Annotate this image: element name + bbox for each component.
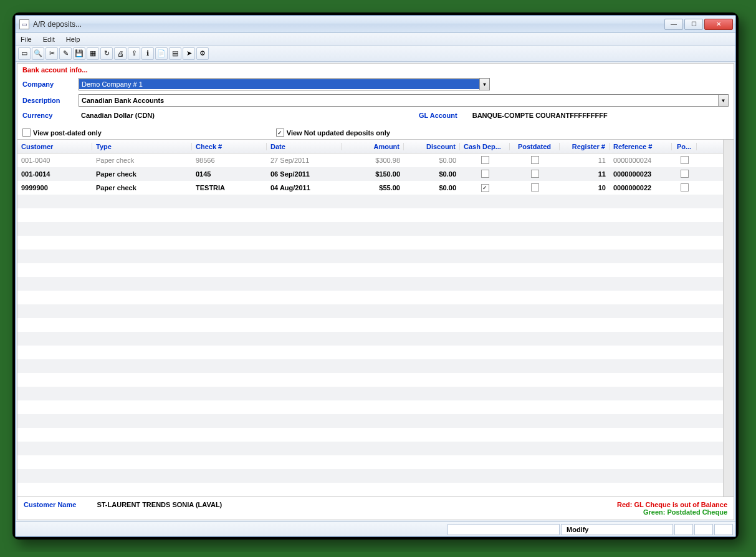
vertical-scrollbar[interactable] bbox=[723, 140, 734, 496]
cell: 0000000023 bbox=[610, 170, 672, 178]
cell bbox=[672, 183, 697, 193]
table-row[interactable]: 001-0014Paper check014506 Sep/2011$150.0… bbox=[17, 167, 723, 181]
checkbox-icon[interactable] bbox=[531, 170, 539, 178]
info-icon[interactable]: ℹ bbox=[141, 47, 154, 60]
register-icon[interactable]: ▦ bbox=[87, 47, 99, 60]
col-po[interactable]: Po... bbox=[672, 143, 697, 150]
save-icon[interactable]: 💾 bbox=[73, 47, 85, 60]
cell bbox=[510, 183, 560, 193]
print-icon[interactable]: 🖨 bbox=[114, 47, 127, 60]
cell: 04 Aug/2011 bbox=[267, 184, 342, 191]
cell bbox=[460, 170, 510, 179]
cell: 0000000024 bbox=[610, 157, 672, 164]
window-title: A/R deposits... bbox=[33, 20, 664, 29]
cell: 11 bbox=[560, 157, 610, 164]
cell: ✓ bbox=[460, 183, 510, 192]
close-button[interactable]: ✕ bbox=[704, 19, 733, 30]
cell: Paper check bbox=[92, 157, 192, 164]
cell: $55.00 bbox=[342, 184, 404, 191]
chevron-down-icon[interactable]: ▼ bbox=[479, 79, 489, 90]
cell: 001-0040 bbox=[17, 157, 92, 164]
grid-icon[interactable]: ▤ bbox=[169, 47, 181, 60]
statusbar: Modify bbox=[16, 521, 735, 536]
legend-red: Red: GL Cheque is out of Balance bbox=[617, 501, 727, 508]
maximize-button[interactable]: ☐ bbox=[684, 19, 703, 30]
send-icon[interactable]: ➤ bbox=[183, 47, 195, 60]
table-header: Customer Type Check # Date Amount Discou… bbox=[17, 140, 723, 153]
minimize-button[interactable]: — bbox=[664, 19, 683, 30]
col-discount[interactable]: Discount bbox=[404, 143, 460, 150]
report-icon[interactable]: 📄 bbox=[155, 47, 168, 60]
customer-name-value: ST-LAURENT TRENDS SONIA (LAVAL) bbox=[97, 501, 222, 508]
col-postdated[interactable]: Postdated bbox=[510, 143, 560, 150]
cell: 0000000022 bbox=[610, 184, 672, 191]
cell bbox=[510, 170, 560, 179]
chevron-down-icon[interactable]: ▼ bbox=[718, 95, 728, 106]
menu-edit[interactable]: Edit bbox=[41, 34, 57, 44]
company-value: Demo Company # 1 bbox=[79, 79, 479, 89]
col-amount[interactable]: Amount bbox=[342, 143, 404, 150]
checkbox-icon[interactable] bbox=[681, 156, 689, 164]
checkbox-icon[interactable] bbox=[531, 156, 539, 164]
export-icon[interactable]: ⇪ bbox=[128, 47, 140, 60]
checkbox-icon[interactable]: ✓ bbox=[481, 184, 489, 192]
toolbar: ▭ 🔍 ✂ ✎ 💾 ▦ ↻ 🖨 ⇪ ℹ 📄 ▤ ➤ ⚙ bbox=[16, 46, 735, 62]
cell: 10 bbox=[560, 184, 610, 191]
view-postdated-checkbox[interactable] bbox=[22, 128, 31, 137]
checkbox-icon[interactable] bbox=[481, 170, 489, 178]
refresh-icon[interactable]: ↻ bbox=[100, 47, 113, 60]
gl-account-value: BANQUE-COMPTE COURANTFFFFFFFFF bbox=[470, 110, 610, 120]
checkbox-icon[interactable] bbox=[481, 156, 489, 164]
titlebar: ▭ A/R deposits... — ☐ ✕ bbox=[16, 16, 735, 33]
cell bbox=[460, 156, 510, 165]
col-check[interactable]: Check # bbox=[192, 143, 267, 150]
status-panel-5 bbox=[714, 524, 733, 535]
checkbox-icon[interactable] bbox=[681, 170, 689, 178]
cell: $0.00 bbox=[404, 170, 460, 178]
view-postdated-label: View post-dated only bbox=[33, 129, 102, 137]
section-bank-info: Bank account info... bbox=[17, 64, 734, 75]
cell: 06 Sep/2011 bbox=[267, 170, 342, 178]
app-window: ▭ A/R deposits... — ☐ ✕ File Edit Help ▭… bbox=[15, 15, 736, 537]
cell: 98566 bbox=[192, 157, 267, 164]
col-type[interactable]: Type bbox=[92, 143, 192, 150]
description-label: Description bbox=[22, 97, 79, 104]
edit-icon[interactable]: ✎ bbox=[59, 47, 72, 60]
col-reference[interactable]: Reference # bbox=[610, 143, 672, 150]
cell bbox=[672, 170, 697, 179]
form-grid: Company Demo Company # 1 ▼ Description C… bbox=[17, 75, 734, 126]
cell: $0.00 bbox=[404, 184, 460, 191]
gl-account-label: GL Account bbox=[419, 112, 457, 119]
col-cashdep[interactable]: Cash Dep... bbox=[460, 143, 510, 150]
col-register[interactable]: Register # bbox=[560, 143, 610, 150]
tool-icon[interactable]: ⚙ bbox=[196, 47, 209, 60]
checkbox-icon[interactable] bbox=[531, 183, 539, 191]
footer: Customer Name ST-LAURENT TRENDS SONIA (L… bbox=[17, 496, 734, 520]
col-customer[interactable]: Customer bbox=[17, 143, 92, 150]
checkbox-icon[interactable] bbox=[681, 183, 689, 191]
table-body[interactable]: 001-0040Paper check9856627 Sep/2011$300.… bbox=[17, 153, 723, 496]
table-row[interactable]: 001-0040Paper check9856627 Sep/2011$300.… bbox=[17, 153, 723, 167]
status-modify: Modify bbox=[561, 524, 673, 535]
status-panel-4 bbox=[694, 524, 713, 535]
app-icon: ▭ bbox=[19, 19, 29, 29]
cell: 27 Sep/2011 bbox=[267, 157, 342, 164]
view-not-updated-checkbox[interactable]: ✓ bbox=[276, 128, 284, 137]
status-panel-3 bbox=[674, 524, 693, 535]
table-row[interactable]: 9999900Paper checkTESTRIA04 Aug/2011$55.… bbox=[17, 181, 723, 195]
menu-file[interactable]: File bbox=[18, 34, 34, 44]
cell: TESTRIA bbox=[192, 184, 267, 191]
col-date[interactable]: Date bbox=[267, 143, 342, 150]
deposits-table: Customer Type Check # Date Amount Discou… bbox=[17, 139, 734, 496]
cell: $0.00 bbox=[404, 157, 460, 164]
search-icon[interactable]: 🔍 bbox=[32, 47, 44, 60]
new-icon[interactable]: ▭ bbox=[18, 47, 31, 60]
cell bbox=[510, 156, 560, 165]
view-not-updated-label: View Not updated deposits only bbox=[287, 129, 390, 137]
cut-icon[interactable]: ✂ bbox=[45, 47, 58, 60]
description-combo[interactable]: Canadian Bank Accounts ▼ bbox=[79, 94, 729, 107]
menu-help[interactable]: Help bbox=[64, 34, 83, 44]
currency-value: Canadian Dollar (CDN) bbox=[79, 110, 157, 120]
company-combo[interactable]: Demo Company # 1 ▼ bbox=[79, 78, 490, 90]
status-panel-1 bbox=[447, 524, 560, 535]
